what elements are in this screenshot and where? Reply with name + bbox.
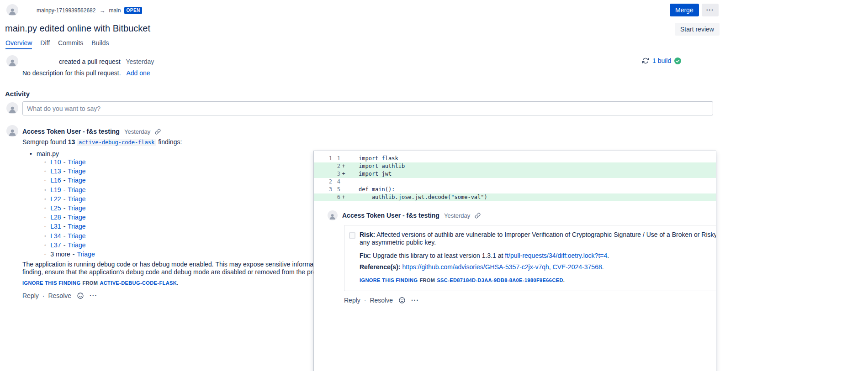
comment-body-line2: finding, ensure that the application's d… [22, 268, 354, 276]
finding-triage-link[interactable]: Triage [68, 158, 85, 166]
diff-sign: + [340, 170, 347, 178]
comment-more-button[interactable]: ··· [411, 297, 419, 304]
more-options-button[interactable]: ··· [702, 4, 719, 16]
comment-author[interactable]: Access Token User - f&s testing [22, 128, 120, 135]
merge-button[interactable]: Merge [670, 4, 699, 16]
ignore-period: . [563, 277, 565, 283]
tab-overview[interactable]: Overview [5, 39, 32, 49]
source-branch-link[interactable]: mainpy-1719939562682 [37, 7, 95, 14]
diff-sign: + [340, 162, 347, 170]
pr-tabs: Overview Diff Commits Builds [5, 39, 109, 49]
finding-triage-link[interactable]: Triage [68, 241, 85, 249]
finding-line-link[interactable]: L16 [50, 177, 61, 184]
pull-request-page: { "header": { "source_branch": "mainpy-1… [0, 0, 868, 371]
cve-link[interactable]: CVE-2024-37568 [553, 263, 602, 271]
resolve-button[interactable]: Resolve [370, 297, 393, 304]
new-line-number: 4 [332, 178, 340, 186]
finding-item: L28-Triage [44, 213, 95, 222]
code-text: import flask [347, 155, 398, 162]
finding-line-link[interactable]: L10 [50, 158, 61, 166]
new-line-number: 2 [332, 162, 340, 170]
finding-separator: - [64, 223, 66, 230]
permalink-icon[interactable] [475, 213, 481, 219]
comment-header: Access Token User - f&s testing Yesterda… [22, 128, 161, 135]
ignore-finding-link[interactable]: IGNORE THIS FINDING [360, 277, 418, 283]
finding-triage-link[interactable]: Triage [68, 232, 85, 240]
old-line-number: 2 [314, 178, 332, 186]
inline-comment-area: Access Token User - f&s testing Yesterda… [314, 201, 716, 371]
old-line-number [314, 170, 332, 178]
tab-builds[interactable]: Builds [91, 39, 109, 49]
permalink-icon[interactable] [155, 129, 161, 135]
finding-line-link[interactable]: L28 [50, 214, 61, 221]
comment-input[interactable] [22, 101, 713, 115]
finding-line-link[interactable]: L25 [50, 204, 61, 212]
diff-line: 35def main(): [314, 186, 716, 193]
finding-triage-link[interactable]: Triage [68, 195, 85, 203]
finding-triage-link[interactable]: Triage [68, 204, 85, 212]
advisory-link[interactable]: https://github.com/advisories/GHSA-5357-… [402, 263, 549, 271]
old-line-number [314, 193, 332, 201]
finding-line-link[interactable]: L31 [50, 223, 61, 230]
inline-comment-time: Yesterday [444, 212, 470, 219]
finding-triage-link[interactable]: Triage [68, 186, 85, 193]
finding-line-link[interactable]: L22 [50, 195, 61, 203]
finding-separator: - [64, 195, 66, 203]
action-separator: · [364, 297, 366, 304]
old-line-number: 3 [314, 186, 332, 193]
finding-separator: - [64, 214, 66, 221]
ignore-target-link[interactable]: ACTIVE-DEBUG-CODE-FLASK [100, 280, 177, 286]
finding-line-link[interactable]: L37 [50, 241, 61, 249]
finding-triage-link[interactable]: Triage [68, 214, 85, 221]
finding-triage-link[interactable]: Triage [77, 251, 95, 258]
finding-triage-link[interactable]: Triage [68, 223, 85, 230]
risk-line-2: any asymmetric public key. [360, 239, 716, 246]
target-branch-link[interactable]: main [109, 7, 121, 14]
reply-button[interactable]: Reply [344, 297, 360, 304]
file-name: main.py [37, 150, 59, 157]
ignore-finding-link[interactable]: IGNORE THIS FINDING [22, 280, 80, 286]
tab-diff[interactable]: Diff [40, 39, 50, 49]
action-separator: · [42, 292, 45, 299]
add-description-link[interactable]: Add one [126, 69, 150, 77]
diff-sign: + [340, 193, 347, 201]
inline-comment-author[interactable]: Access Token User - f&s testing [342, 212, 439, 219]
comment-more-button[interactable]: ··· [90, 292, 97, 299]
finding-triage-link[interactable]: Triage [68, 177, 85, 184]
fix-link[interactable]: ft/pull-requests/34/diff:oetry.lock?t=4 [505, 252, 607, 259]
inline-comment-region: Access Token User - f&s testing Yesterda… [314, 201, 716, 371]
add-reaction-icon[interactable] [398, 297, 406, 304]
tab-commits[interactable]: Commits [58, 39, 83, 49]
references-period: . [602, 263, 604, 271]
finding-checkbox[interactable] [349, 232, 355, 239]
findings-list: L10-Triage L13-Triage L16-Triage L19-Tri… [44, 157, 95, 259]
build-count-link[interactable]: 1 build [652, 57, 671, 64]
finding-separator: - [64, 232, 66, 240]
resolve-button[interactable]: Resolve [48, 292, 71, 299]
build-success-icon [674, 57, 681, 64]
reply-button[interactable]: Reply [22, 292, 39, 299]
finding-card: Risk: Affected versions of authlib are v… [344, 225, 716, 291]
finding-item: L31-Triage [44, 222, 95, 231]
add-reaction-icon[interactable] [77, 292, 84, 299]
start-review-button[interactable]: Start review [675, 23, 720, 36]
person-icon [8, 128, 17, 137]
old-line-number: 1 [314, 155, 332, 162]
finding-triage-link[interactable]: Triage [68, 167, 85, 175]
inline-ignore-line: IGNORE THIS FINDINGFROMSSC-ED87184D-D3AA… [360, 277, 716, 284]
arrow-right-icon: → [99, 7, 105, 14]
person-icon [8, 7, 17, 16]
comment-time: Yesterday [124, 128, 150, 135]
pr-state-badge: OPEN [124, 7, 142, 14]
finding-line-link[interactable]: L34 [50, 232, 61, 240]
finding-line-link[interactable]: L19 [50, 186, 61, 193]
finding-line-link[interactable]: L13 [50, 167, 61, 175]
rule-link[interactable]: active-debug-code-flask [77, 139, 156, 146]
diff-sign [340, 155, 347, 162]
ignore-period: . [177, 280, 178, 286]
diff-line-added: 2+import authlib [314, 162, 716, 170]
code-text: import authlib [347, 162, 405, 170]
created-time: Yesterday [126, 58, 154, 65]
diff-sign [340, 178, 347, 186]
ignore-target-link[interactable]: SSC-ED87184D-D3AA-9DB8-8A0E-1980F9E66CED [437, 277, 563, 283]
